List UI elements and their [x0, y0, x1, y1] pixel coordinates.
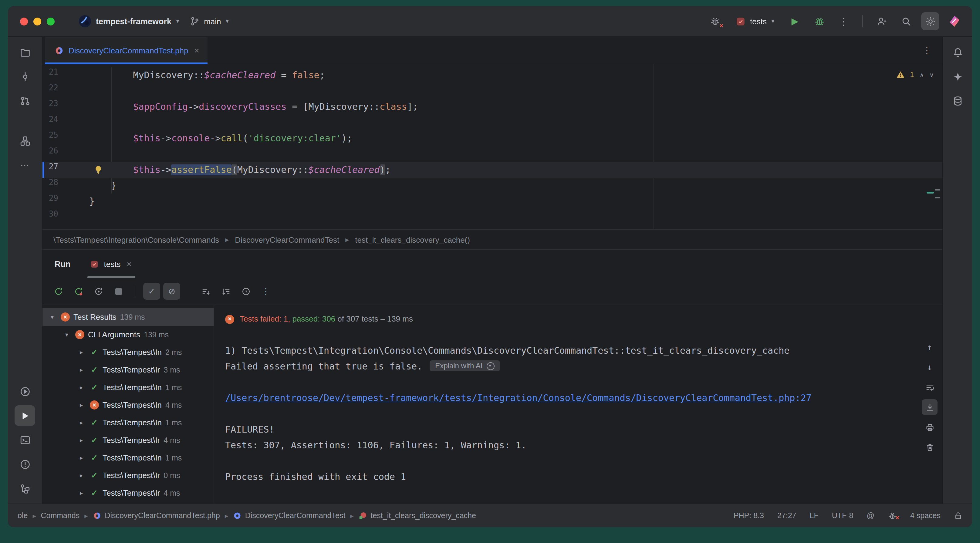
code-line-23[interactable]: $appConfig->discoveryClasses = [MyDiscov…: [85, 99, 942, 115]
code-editor[interactable]: 21222324252627282930 MyDiscovery::$cache…: [43, 64, 942, 230]
chevron-right-icon[interactable]: ▸: [76, 472, 86, 479]
clear-console-icon[interactable]: [922, 439, 937, 455]
next-warning-icon[interactable]: ∨: [929, 71, 934, 78]
test-tree-row[interactable]: ▸✓Tests\Tempest\Ir0 ms: [43, 467, 213, 484]
search-everywhere-icon[interactable]: [897, 12, 915, 30]
chevron-right-icon[interactable]: ▸: [76, 384, 86, 391]
more-actions-button[interactable]: ⋮: [834, 12, 853, 30]
branch-widget[interactable]: main ▾: [185, 13, 234, 29]
line-number-28[interactable]: 28: [43, 178, 85, 194]
test-tree-row[interactable]: ▾×Test Results139 ms: [43, 308, 213, 326]
test-history-icon[interactable]: [237, 283, 254, 300]
test-tree-row[interactable]: ▸✓Tests\Tempest\In2 ms: [43, 343, 213, 361]
close-window-button[interactable]: [20, 17, 28, 25]
code-line-26[interactable]: [85, 146, 942, 162]
zoom-window-button[interactable]: [47, 17, 55, 25]
line-number-23[interactable]: 23: [43, 99, 85, 115]
more-toolbar-options-icon[interactable]: ⋮: [257, 283, 274, 300]
code-line-29[interactable]: }: [85, 194, 942, 209]
test-tree-row[interactable]: ▸✓Tests\Tempest\Ir4 ms: [43, 431, 213, 449]
scrollbar-thumb[interactable]: [935, 189, 940, 198]
print-icon[interactable]: [922, 419, 937, 435]
status-crumb-package[interactable]: Commands: [41, 511, 80, 520]
line-number-29[interactable]: 29: [43, 194, 85, 209]
breadcrumb-namespace[interactable]: \Tests\Tempest\Integration\Console\Comma…: [53, 235, 219, 244]
chevron-down-icon[interactable]: ▾: [62, 331, 72, 338]
code-area[interactable]: MyDiscovery::$cacheCleared = false; $app…: [85, 64, 942, 229]
chevron-right-icon[interactable]: ▸: [76, 419, 86, 426]
pull-requests-tool-icon[interactable]: [14, 90, 35, 111]
show-ignored-toggle[interactable]: ⊘: [163, 283, 180, 300]
chevron-right-icon[interactable]: ▸: [76, 349, 86, 356]
tab-list-menu-icon[interactable]: ⋮: [922, 45, 942, 56]
test-results-tree[interactable]: ▾×Test Results139 ms▾×CLI Arguments139 m…: [43, 305, 214, 503]
editor-tab-active[interactable]: DiscoveryClearCommandTest.php ×: [45, 37, 208, 64]
test-tree-row[interactable]: ▸✓Tests\Tempest\In1 ms: [43, 379, 213, 396]
terminal-tool-icon[interactable]: [14, 430, 35, 450]
debug-button[interactable]: [810, 12, 828, 30]
line-number-25[interactable]: 25: [43, 130, 85, 146]
chevron-right-icon[interactable]: ▸: [76, 367, 86, 373]
chevron-right-icon[interactable]: ▸: [76, 437, 86, 443]
notifications-bell-icon[interactable]: [947, 42, 968, 62]
run-tab-tests[interactable]: tests ×: [88, 250, 135, 278]
prev-warning-icon[interactable]: ∧: [920, 71, 924, 78]
test-tree-row[interactable]: ▸×Tests\Tempest\In4 ms: [43, 396, 213, 414]
breadcrumb-class[interactable]: DiscoveryClearCommandTest: [235, 235, 339, 244]
chevron-right-icon[interactable]: ▸: [76, 490, 86, 496]
encoding-widget[interactable]: UTF-8: [832, 511, 853, 520]
status-crumb-class[interactable]: DiscoveryClearCommandTest: [233, 511, 345, 520]
run-configuration-widget[interactable]: tests ▾: [730, 13, 780, 29]
run-anything-icon[interactable]: [14, 381, 35, 402]
close-tab-icon[interactable]: ×: [193, 46, 200, 55]
code-line-27[interactable]: $this->assertFalse(MyDiscovery::$cacheCl…: [85, 162, 942, 178]
indent-widget[interactable]: 4 spaces: [910, 511, 940, 520]
next-failed-test-icon[interactable]: ↓: [922, 359, 937, 375]
explain-with-ai-badge[interactable]: Explain with AI: [430, 360, 500, 371]
code-line-25[interactable]: $this->console->call('discovery:clear');: [85, 130, 942, 146]
structure-tool-icon[interactable]: [14, 130, 35, 151]
line-number-22[interactable]: 22: [43, 83, 85, 99]
test-tree-row[interactable]: ▸✓Tests\Tempest\In1 ms: [43, 414, 213, 431]
test-console[interactable]: × Tests failed: 1, passed: 306 of 307 te…: [214, 305, 942, 503]
more-tool-windows-icon[interactable]: ⋯: [14, 155, 35, 175]
services-tool-icon[interactable]: [14, 478, 35, 499]
code-line-22[interactable]: [85, 83, 942, 99]
project-tool-icon[interactable]: [14, 42, 35, 62]
line-number-26[interactable]: 26: [43, 146, 85, 162]
sort-by-duration-icon[interactable]: [217, 283, 234, 300]
stop-process-icon[interactable]: [110, 283, 127, 300]
highlighting-level-icon[interactable]: ×: [888, 511, 897, 520]
ai-assistant-icon[interactable]: [947, 66, 968, 87]
minimize-window-button[interactable]: [33, 17, 41, 25]
settings-gear-icon[interactable]: [921, 12, 939, 30]
line-number-24[interactable]: 24: [43, 115, 85, 130]
toggle-auto-test-icon[interactable]: [90, 283, 107, 300]
breadcrumb-method[interactable]: test_it_clears_discovery_cache(): [355, 235, 470, 244]
commit-tool-icon[interactable]: [14, 66, 35, 87]
caret-position-widget[interactable]: 27:27: [777, 511, 796, 520]
column-ruler-icon[interactable]: @: [867, 511, 874, 520]
test-tree-row[interactable]: ▾×CLI Arguments139 ms: [43, 326, 213, 343]
test-tree-row[interactable]: ▸✓Tests\Tempest\In1 ms: [43, 449, 213, 467]
line-number-30[interactable]: 30: [43, 209, 85, 225]
rerun-tests-icon[interactable]: [50, 283, 67, 300]
inspections-widget[interactable]: 1 ∧ ∨: [896, 70, 934, 79]
prev-failed-test-icon[interactable]: ↑: [922, 339, 937, 355]
editor-gutter[interactable]: 21222324252627282930: [43, 64, 85, 229]
project-widget[interactable]: tempest-framework ▾: [73, 11, 185, 31]
close-run-tab-icon[interactable]: ×: [125, 259, 133, 269]
failed-test-file-link[interactable]: /Users/brentroose/Dev/tempest-framework/…: [225, 392, 795, 403]
soft-wrap-icon[interactable]: [922, 379, 937, 395]
chevron-right-icon[interactable]: ▸: [76, 402, 86, 408]
sort-alphabetically-icon[interactable]: [197, 283, 214, 300]
line-number-21[interactable]: 21: [43, 67, 85, 83]
code-with-me-icon[interactable]: [873, 12, 891, 30]
database-tool-icon[interactable]: [947, 90, 968, 111]
test-tree-row[interactable]: ▸✓Tests\Tempest\Ir4 ms: [43, 484, 213, 502]
php-version-widget[interactable]: PHP: 8.3: [733, 511, 764, 520]
line-number-27[interactable]: 27: [43, 162, 85, 178]
rerun-failed-tests-icon[interactable]: [70, 283, 87, 300]
problems-tool-icon[interactable]: [14, 454, 35, 475]
unlock-icon[interactable]: [954, 511, 963, 520]
